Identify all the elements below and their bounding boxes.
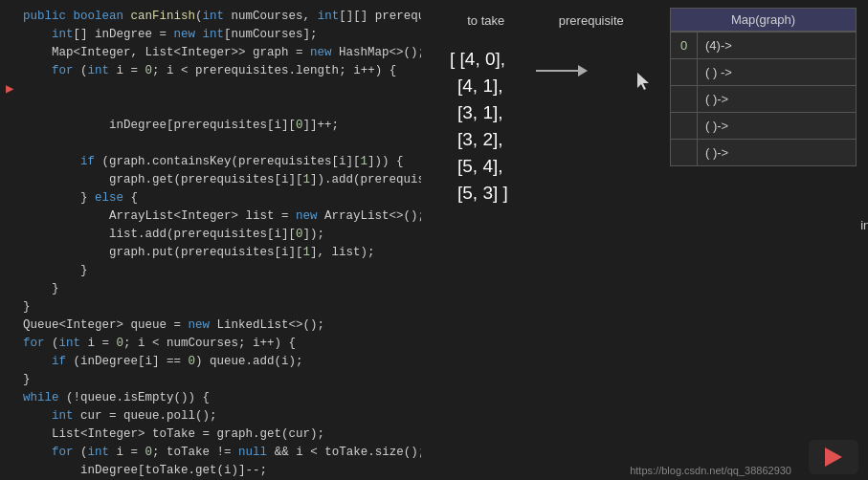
map-title: Map(graph): [670, 8, 857, 32]
code-line-11: }: [23, 262, 413, 280]
code-line-5: if (graph.containsKey(prerequisites[i][1…: [23, 153, 413, 171]
map-table-row: ( ) ->: [671, 59, 857, 86]
code-line-15: for (int i = 0; i < numCourses; i++) {: [23, 335, 413, 353]
map-table: 0(4)->( ) ->( )->( )->( )->: [670, 32, 857, 166]
map-value-cell: ( )->: [698, 86, 857, 113]
array-arrow: [536, 65, 588, 76]
array-row-1: [4, 1],: [450, 73, 508, 99]
code-line-8: ArrayList<Integer> list = new ArrayList<…: [23, 207, 413, 226]
map-table-row: ( )->: [671, 113, 857, 140]
code-line-20: List<Integer> toTake = graph.get(cur);: [23, 425, 413, 444]
code-line-22: inDegree[toTake.get(i)]--;: [23, 462, 413, 480]
indegree-main-label: inDegree: [860, 218, 868, 232]
array-display: [ [4, 0], [4, 1], [3, 1], [3, 2], [5, 4]…: [450, 46, 508, 207]
array-row-0: [ [4, 0],: [450, 46, 508, 73]
array-row-4: [5, 4],: [450, 153, 508, 180]
right-panel: Map(graph) 0(4)->( ) ->( )->( )->( )->: [670, 8, 857, 166]
indegree-section: inDegree （限制） 000010 012345: [859, 210, 868, 262]
code-line-1: int[] inDegree = new int[numCourses];: [23, 26, 413, 44]
map-table-row: ( )->: [671, 140, 857, 166]
code-line-7: } else {: [23, 189, 413, 207]
cursor-icon: [635, 71, 653, 97]
map-value-cell: (4)->: [698, 33, 857, 59]
map-key-cell: 0: [671, 33, 698, 59]
map-table-row: 0(4)->: [671, 33, 857, 59]
map-key-cell: [671, 86, 698, 113]
code-line-13: }: [23, 298, 413, 316]
map-key-cell: [671, 140, 698, 166]
play-triangle-icon: [825, 447, 842, 467]
array-row-2: [3, 1],: [450, 99, 508, 126]
array-row-3: [3, 2],: [450, 126, 508, 153]
code-line-19: int cur = queue.poll();: [23, 407, 413, 425]
code-line-4: ▶ inDegree[prerequisites[i][0]]++;: [23, 80, 413, 153]
code-line-10: graph.put(prerequisites[i][1], list);: [23, 244, 413, 262]
map-value-cell: ( )->: [698, 113, 857, 140]
code-line-2: Map<Integer, List<Integer>> graph = new …: [23, 44, 413, 62]
code-panel: public boolean canFinish(int numCourses,…: [0, 0, 421, 480]
labels-row: to take prerequisite: [431, 13, 660, 28]
code-line-0: public boolean canFinish(int numCourses,…: [23, 8, 413, 26]
middle-panel: to take prerequisite [ [4, 0], [4, 1], […: [431, 0, 660, 480]
to-take-label: to take: [467, 13, 504, 28]
code-line-18: while (!queue.isEmpty()) {: [23, 389, 413, 407]
map-key-cell: [671, 59, 698, 86]
watermark: https://blog.csdn.net/qq_38862930: [630, 465, 791, 476]
code-line-21: for (int i = 0; toTake != null && i < to…: [23, 444, 413, 462]
indegree-row: inDegree （限制） 000010: [859, 218, 868, 247]
code-line-17: }: [23, 371, 413, 389]
map-table-row: ( )->: [671, 86, 857, 113]
map-value-cell: ( ) ->: [698, 59, 857, 86]
code-line-9: list.add(prerequisites[i][0]);: [23, 226, 413, 244]
code-line-12: }: [23, 280, 413, 298]
map-value-cell: ( )->: [698, 140, 857, 166]
array-row-5: [5, 3] ]: [450, 180, 508, 207]
code-line-16: if (inDegree[i] == 0) queue.add(i);: [23, 353, 413, 371]
code-line-3: for (int i = 0; i < prerequisites.length…: [23, 62, 413, 80]
arrow-indicator: ▶: [6, 80, 13, 98]
prerequisite-label: prerequisite: [559, 13, 624, 28]
svg-marker-0: [637, 73, 649, 90]
code-line-6: graph.get(prerequisites[i][1]).add(prere…: [23, 171, 413, 189]
code-line-14: Queue<Integer> queue = new LinkedList<>(…: [23, 316, 413, 335]
play-button[interactable]: [809, 440, 858, 474]
indegree-label-col: inDegree （限制）: [859, 218, 868, 247]
map-key-cell: [671, 113, 698, 140]
